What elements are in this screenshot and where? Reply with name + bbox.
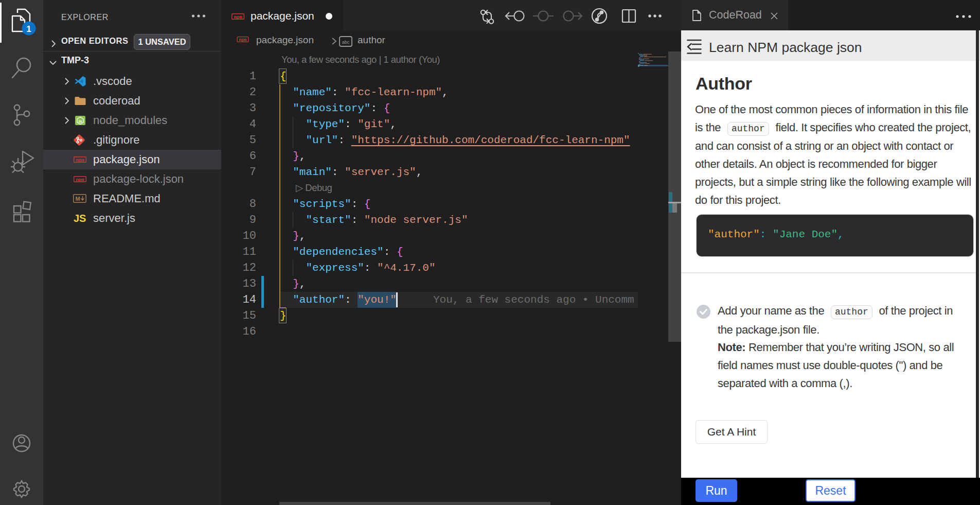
- svg-text:npm: npm: [76, 178, 84, 183]
- svg-text:npm: npm: [234, 15, 242, 20]
- svg-text:npm: npm: [239, 38, 247, 42]
- svg-text:M: M: [75, 196, 80, 202]
- svg-text:abc: abc: [342, 40, 350, 45]
- svg-text:js: js: [78, 119, 82, 124]
- svg-text:1: 1: [26, 24, 31, 34]
- svg-text:npm: npm: [76, 158, 84, 163]
